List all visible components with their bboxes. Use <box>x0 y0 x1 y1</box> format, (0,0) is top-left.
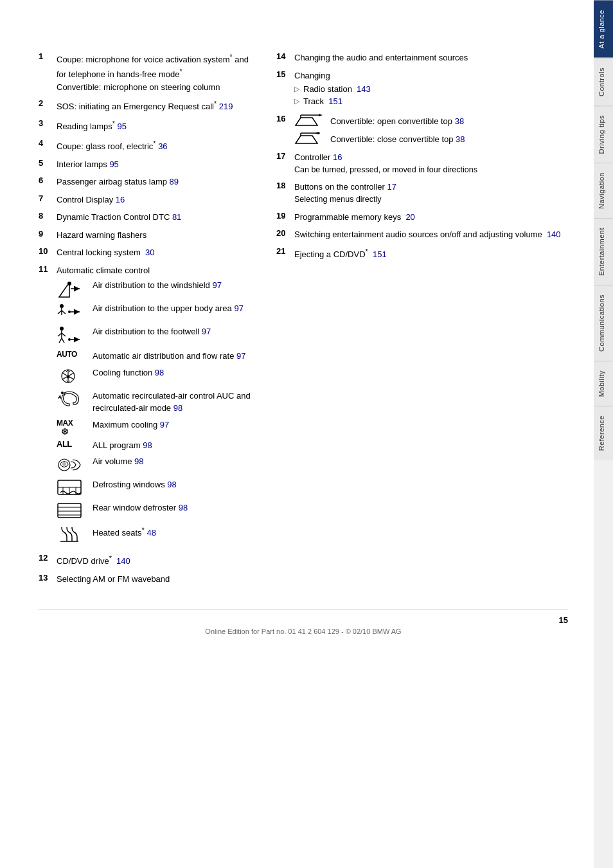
climate-windshield: Air distribution to the windshield 97 <box>57 279 257 298</box>
tab-driving-tips[interactable]: Driving tips <box>594 105 613 163</box>
svg-point-3 <box>60 304 64 308</box>
footer: 15 Online Edition for Part no. 01 41 2 6… <box>39 610 568 635</box>
item-11: 11 Automatic climate control <box>39 264 257 548</box>
item-17: 17 Controller 16 Can be turned, pressed,… <box>276 151 568 176</box>
page-number: 15 <box>39 615 568 625</box>
svg-point-16 <box>68 338 71 341</box>
climate-footwell: Air distribution to the footwell 97 <box>57 325 257 346</box>
max-sub-icon <box>58 428 71 435</box>
side-navigation: At a glance Controls Driving tips Naviga… <box>594 0 613 868</box>
upperbody-icon <box>57 302 84 321</box>
svg-marker-49 <box>315 132 319 134</box>
tab-at-a-glance[interactable]: At a glance <box>594 0 613 58</box>
climate-section: Air distribution to the windshield 97 <box>57 279 257 544</box>
open-convertible-icon <box>294 114 325 128</box>
svg-line-13 <box>59 338 62 343</box>
svg-marker-46 <box>319 114 323 116</box>
climate-reardefrost: Rear window defroster 98 <box>57 502 257 521</box>
footer-text: Online Edition for Part no. 01 41 2 604 … <box>205 628 401 635</box>
svg-point-27 <box>61 392 64 394</box>
item-7: 7 Control Display 16 <box>39 194 257 206</box>
close-convertible-icon <box>294 132 325 146</box>
item-21: 21 Ejecting a CD/DVD* 151 <box>276 246 568 261</box>
item-5: 5 Interior lamps 95 <box>39 158 257 171</box>
item-1: 1 Coupe: microphone for voice activation… <box>39 51 257 93</box>
svg-line-5 <box>58 311 62 314</box>
tab-mobility[interactable]: Mobility <box>594 361 613 406</box>
item-10: 10 Central locking system 30 <box>39 246 257 259</box>
item-12: 12 CD/DVD drive* 140 <box>39 553 257 568</box>
svg-text:❄: ❄ <box>66 375 70 379</box>
svg-point-8 <box>68 311 71 313</box>
auto-text-icon: AUTO <box>57 350 77 359</box>
item-15: 15 Changing ▷ Radio station 143 ▷ Track … <box>276 69 568 109</box>
climate-defrost: Defrosting windows 98 <box>57 478 257 498</box>
item-19: 19 Programmable memory keys 20 <box>276 211 568 224</box>
svg-line-12 <box>62 333 66 336</box>
item-6: 6 Passenger airbag status lamp 89 <box>39 176 257 188</box>
airvolume-icon <box>57 455 84 475</box>
climate-heatedseats: Heated seats* 48 <box>57 525 257 544</box>
defrost-icon <box>57 478 84 498</box>
svg-line-14 <box>62 338 64 343</box>
item-16: 16 Convertible: open convertible <box>276 114 568 146</box>
tab-navigation[interactable]: Navigation <box>594 163 613 218</box>
svg-line-11 <box>58 333 62 336</box>
svg-marker-0 <box>59 284 69 297</box>
climate-all: ALL ALL program 98 <box>57 439 257 452</box>
svg-point-9 <box>60 327 64 330</box>
item-9: 9 Hazard warning flashers <box>39 229 257 242</box>
svg-line-6 <box>62 311 66 314</box>
climate-recirc: A Automatic recirculated-air control AUC… <box>57 390 257 415</box>
item-13: 13 Selecting AM or FM waveband <box>39 573 257 586</box>
climate-upperbody: Air distribution to the upper body area … <box>57 302 257 321</box>
climate-auto: AUTO Automatic air distribution and flow… <box>57 350 257 363</box>
subitem-track: ▷ Track 151 <box>294 96 568 106</box>
climate-airvolume: Air volume 98 <box>57 455 257 475</box>
cooling-icon: ❄ <box>57 366 80 386</box>
item-8: 8 Dynamic Traction Control DTC 81 <box>39 211 257 224</box>
recirc-icon: A <box>57 390 84 406</box>
footwell-icon <box>57 325 84 346</box>
item-20: 20 Switching entertainment audio sources… <box>276 228 568 241</box>
climate-cooling: ❄ Cooling function 98 <box>57 366 257 386</box>
svg-point-1 <box>67 282 71 285</box>
max-text-icon: MAX <box>57 419 73 428</box>
item-4: 4 Coupe: glass roof, electric* 36 <box>39 138 257 153</box>
subitem-radio: ▷ Radio station 143 <box>294 84 568 94</box>
item-14: 14 Changing the audio and entertainment … <box>276 51 568 64</box>
item-2: 2 SOS: initiating an Emergency Request c… <box>39 98 257 113</box>
item-3: 3 Reading lamps* 95 <box>39 118 257 133</box>
item-18: 18 Buttons on the controller 17 Selectin… <box>276 181 568 205</box>
heatedseats-icon <box>57 525 84 544</box>
reardefrost-icon <box>57 502 84 521</box>
svg-text:A: A <box>57 394 62 400</box>
tab-reference[interactable]: Reference <box>594 406 613 460</box>
svg-point-33 <box>62 462 66 466</box>
tab-controls[interactable]: Controls <box>594 58 613 105</box>
tab-entertainment[interactable]: Entertainment <box>594 218 613 285</box>
windshield-icon <box>57 279 84 298</box>
tab-communications[interactable]: Communications <box>594 285 613 361</box>
svg-rect-39 <box>58 503 81 518</box>
all-text-icon: ALL <box>57 439 72 449</box>
climate-max: MAX Maximum cooling 97 <box>57 419 257 435</box>
